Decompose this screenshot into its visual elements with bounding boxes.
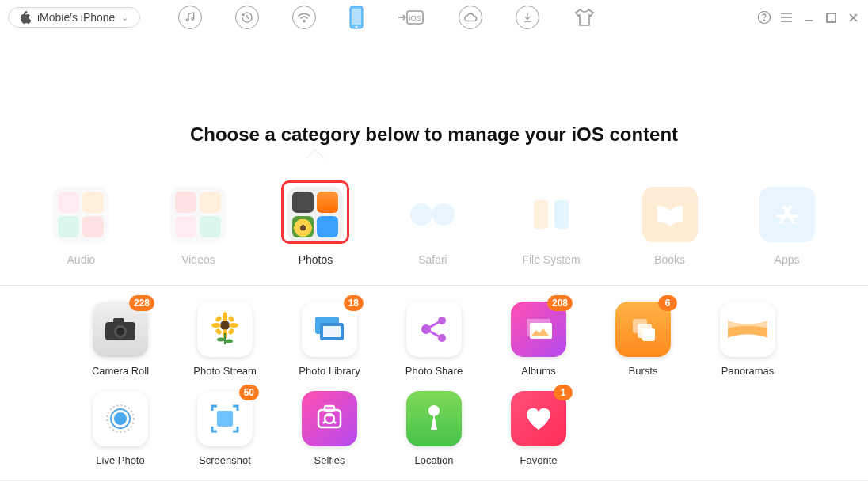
device-name: iMobie's iPhone [37,11,115,24]
subcat-live-photo[interactable]: Live Photo [73,391,168,466]
videos-folder-icon [170,187,226,242]
subcat-favorite[interactable]: 1 Favorite [491,391,586,466]
svg-point-25 [227,315,235,323]
divider [0,285,868,286]
svg-point-9 [763,20,764,21]
subcat-selfies[interactable]: Selfies [282,391,377,466]
category-videos[interactable]: Videos [170,187,226,266]
svg-point-5 [356,26,358,28]
svg-point-28 [217,338,225,342]
nav-to-ios-button[interactable]: iOS [397,8,425,27]
subcat-photo-share[interactable]: Photo Share [386,302,482,377]
subcat-label: Albums [521,365,555,377]
svg-rect-40 [642,328,655,341]
camera-icon [104,317,137,342]
bursts-icon [628,314,658,344]
subcat-label: Photo Stream [193,365,257,377]
audio-folder-icon [53,187,108,242]
live-photo-icon [102,400,139,437]
svg-point-33 [421,324,431,334]
svg-rect-46 [325,406,334,411]
subcat-location[interactable]: Location [386,391,482,466]
count-badge: 1 [554,385,573,400]
albums-icon [522,316,555,343]
category-label: Audio [67,253,96,266]
bottom-divider [0,480,868,481]
nav-download-button[interactable] [516,6,539,29]
subcat-screenshot[interactable]: 50 Screenshot [177,391,272,466]
device-selector[interactable]: iMobie's iPhone ⌄ [8,7,140,28]
count-badge: 228 [129,295,154,311]
svg-point-0 [187,19,189,21]
svg-rect-14 [554,200,569,229]
apple-icon [20,11,31,24]
nav-history-button[interactable] [235,6,259,29]
subcat-label: Favorite [520,454,558,466]
svg-rect-4 [352,9,361,25]
svg-point-19 [220,321,230,330]
subcat-label: Camera Roll [92,365,149,377]
category-label: File System [522,253,580,266]
svg-point-34 [438,317,446,324]
heart-icon [524,406,553,431]
nav-cloud-button[interactable] [459,6,482,29]
category-row: Audio Videos Photos Safari File Syst [0,187,868,266]
subcat-bursts[interactable]: 6 Bursts [596,302,691,377]
filesystem-icon [523,187,579,242]
menu-button[interactable] [779,10,794,25]
svg-rect-44 [217,411,233,427]
category-photos[interactable]: Photos [287,187,343,266]
svg-point-35 [438,334,446,342]
toolbar: iMobie's iPhone ⌄ iOS [0,0,868,35]
subcat-photo-library[interactable]: 18 Photo Library [282,302,377,377]
subcat-label: Panoramas [721,365,774,377]
count-badge: 18 [344,295,364,311]
screenshot-icon [207,401,242,436]
category-safari[interactable]: Safari [405,187,460,266]
count-badge: 208 [547,295,573,311]
apps-icon [760,187,815,242]
chevron-down-icon: ⌄ [121,13,128,23]
category-label: Videos [181,253,215,266]
svg-rect-45 [318,410,341,427]
subcat-panoramas[interactable]: Panoramas [700,302,795,377]
count-badge: 50 [239,385,259,400]
svg-rect-16 [113,318,124,324]
svg-text:iOS: iOS [409,14,421,22]
category-audio[interactable]: Audio [53,187,108,266]
panorama-icon [726,316,769,343]
nav-device-button[interactable] [349,6,364,29]
safari-icon [405,187,460,242]
maximize-button[interactable] [824,10,838,25]
nav-skin-button[interactable] [573,6,596,29]
svg-point-23 [229,323,238,328]
category-filesystem[interactable]: File System [522,187,580,266]
window-controls [757,10,860,25]
subcat-camera-roll[interactable]: 228 Camera Roll [73,302,168,377]
subcat-label: Selfies [314,454,345,466]
category-label: Safari [418,253,447,266]
svg-point-24 [215,315,223,323]
nav-media-button[interactable] [178,6,202,29]
subcat-label: Bursts [629,365,658,377]
page-heading: Choose a category below to manage your i… [0,123,868,146]
nav-wifi-button[interactable] [292,6,316,29]
close-button[interactable] [846,10,860,25]
sunflower-icon [207,311,243,347]
subcat-label: Live Photo [96,454,144,466]
svg-point-22 [211,323,221,328]
svg-point-43 [114,412,127,425]
nav-icons: iOS [178,6,596,29]
subcat-albums[interactable]: 208 Albums [491,302,586,377]
help-button[interactable] [757,10,771,25]
subcat-photo-stream[interactable]: Photo Stream [177,302,272,377]
subcat-label: Photo Library [299,365,360,377]
category-label: Books [654,253,685,266]
minimize-button[interactable] [801,10,816,25]
svg-rect-37 [530,323,552,339]
category-apps[interactable]: Apps [760,187,815,266]
library-icon [310,313,348,345]
books-icon [642,187,698,242]
category-books[interactable]: Books [642,187,698,266]
subcat-label: Photo Share [405,365,463,377]
